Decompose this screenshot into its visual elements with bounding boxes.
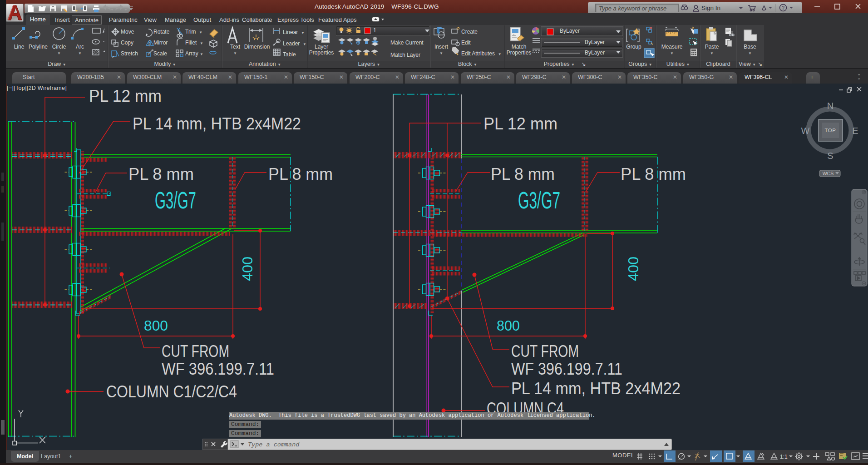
svg-text:G3/G7: G3/G7 bbox=[155, 187, 196, 213]
svg-text:PL 14 mm, HTB 2x4M22: PL 14 mm, HTB 2x4M22 bbox=[133, 114, 301, 133]
svg-text:800: 800 bbox=[144, 318, 168, 334]
svg-text:Sign In: Sign In bbox=[701, 5, 720, 11]
svg-text:PL 8 mm: PL 8 mm bbox=[491, 165, 555, 183]
svg-text:N: N bbox=[827, 101, 833, 111]
svg-text:Type a command: Type a command bbox=[248, 441, 300, 448]
svg-text:S: S bbox=[827, 151, 833, 161]
svg-text:G3/G7: G3/G7 bbox=[518, 187, 560, 213]
svg-text:PL 12 mm: PL 12 mm bbox=[483, 114, 557, 133]
svg-text:COLUMN C1/C2/C4: COLUMN C1/C2/C4 bbox=[106, 382, 237, 401]
svg-text:WF 396.199.7.11: WF 396.199.7.11 bbox=[162, 360, 274, 378]
svg-text:PL 12 mm: PL 12 mm bbox=[89, 87, 162, 105]
svg-text:800: 800 bbox=[497, 318, 520, 334]
svg-text:WF 396.199.7.11: WF 396.199.7.11 bbox=[511, 360, 622, 378]
svg-text:400: 400 bbox=[240, 257, 256, 281]
svg-text:1:1: 1:1 bbox=[780, 454, 788, 460]
svg-text:?: ? bbox=[782, 5, 784, 10]
svg-text:W: W bbox=[801, 126, 810, 136]
svg-text:CUT FROM: CUT FROM bbox=[511, 342, 579, 361]
svg-text:PL 8 mm: PL 8 mm bbox=[268, 165, 333, 183]
svg-text:CUT FROM: CUT FROM bbox=[162, 342, 229, 361]
svg-text:WCS: WCS bbox=[823, 171, 834, 176]
svg-text:PL 14 mm, HTB 2x4M22: PL 14 mm, HTB 2x4M22 bbox=[511, 379, 681, 398]
svg-text:PL 8 mm: PL 8 mm bbox=[128, 165, 194, 183]
svg-text:PL 8 mm: PL 8 mm bbox=[621, 165, 686, 183]
svg-text:TOP: TOP bbox=[825, 128, 836, 133]
svg-text:400: 400 bbox=[626, 257, 641, 281]
svg-text:E: E bbox=[852, 126, 858, 136]
